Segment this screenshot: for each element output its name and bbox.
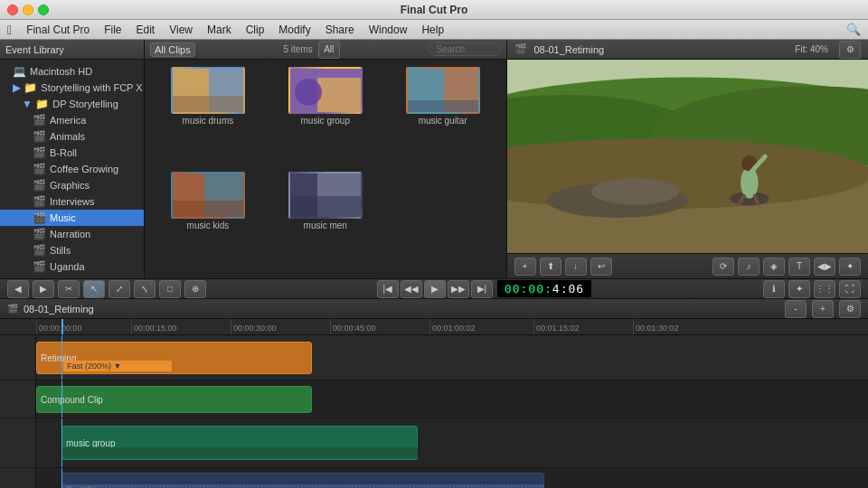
film-icon-interviews: 🎬	[33, 195, 46, 208]
range-select[interactable]: □	[159, 280, 181, 298]
color-button[interactable]: ◈	[763, 258, 785, 276]
film-icon-coffee: 🎬	[33, 163, 46, 175]
search-icon[interactable]: 🔍	[846, 23, 861, 36]
sidebar-item-music[interactable]: 🎬 Music	[0, 210, 144, 226]
menu-help[interactable]: Help	[421, 23, 444, 36]
filter-button[interactable]: All	[318, 41, 340, 59]
sidebar-item-dp[interactable]: ▼ 📁 DP Storytelling	[0, 96, 144, 112]
zoom-tool[interactable]: ⊕	[184, 280, 206, 298]
uganda-label: Uganda	[50, 261, 85, 272]
rewind-button[interactable]: ◀◀	[401, 280, 422, 298]
blade-button[interactable]: ✂	[58, 280, 80, 298]
ruler-time-0: 00:00:00:00	[39, 324, 82, 333]
ruler-time-3: 00:00:45:00	[333, 324, 376, 333]
ruler-time-1: 00:00:15:00	[134, 324, 177, 333]
menu-mark[interactable]: Mark	[207, 23, 231, 36]
menu-edit[interactable]: Edit	[137, 23, 156, 36]
sidebar-item-animals[interactable]: 🎬 Animals	[0, 128, 144, 145]
clip-thumb-men[interactable]: music men	[269, 172, 382, 271]
ruler-mark-4: 00:01:00:02	[429, 319, 476, 334]
menu-fcp[interactable]: Final Cut Pro	[26, 23, 90, 36]
connect-button[interactable]: ⬆	[540, 258, 561, 276]
menu-window[interactable]: Window	[369, 23, 408, 36]
film-icon-stills: 🎬	[33, 244, 46, 257]
track-video1: Retiming Fast (200%) ▼	[0, 335, 868, 380]
insert-button[interactable]: ↓	[565, 258, 587, 276]
svg-rect-2	[173, 96, 245, 114]
clip-thumb-group[interactable]: music group	[269, 67, 382, 166]
append-button[interactable]: ↩	[590, 258, 612, 276]
search-input[interactable]	[429, 42, 501, 56]
back-button[interactable]: ◀	[7, 280, 29, 298]
sidebar-item-uganda[interactable]: 🎬 Uganda	[0, 258, 144, 275]
sidebar-item-broll[interactable]: 🎬 B-Roll	[0, 145, 144, 161]
all-clips-dropdown[interactable]: All Clips	[150, 42, 195, 57]
film-icon-narration: 🎬	[33, 228, 46, 240]
playhead-ruler	[61, 319, 63, 334]
titlebar: Final Cut Pro	[0, 0, 868, 20]
clip-thumb-guitar[interactable]: music guitar	[387, 67, 499, 166]
window-controls[interactable]	[7, 5, 49, 15]
effects-button[interactable]: ✦	[839, 258, 861, 276]
trim-tool[interactable]: ⤢	[108, 280, 130, 298]
fullscreen-button[interactable]	[38, 5, 49, 15]
ruler-mark-5: 00:01:15:02	[533, 319, 580, 334]
clip-grid: music drums music group music guitar	[145, 60, 506, 278]
event-library-panel: Event Library 💻 Macintosh HD ▶ 📁 Storyte…	[0, 40, 145, 278]
track-content-music: music group	[36, 418, 868, 467]
timeline-options[interactable]: ⚙	[839, 300, 861, 318]
top-section: Event Library 💻 Macintosh HD ▶ 📁 Storyte…	[0, 40, 868, 278]
clip-thumb-drums[interactable]: music drums	[152, 67, 264, 166]
go-to-start-button[interactable]: |◀	[377, 280, 399, 298]
video-preview	[507, 60, 869, 253]
sidebar-item-coffee[interactable]: 🎬 Coffee Growing	[0, 161, 144, 177]
stills-label: Stills	[50, 245, 71, 256]
menu-share[interactable]: Share	[326, 23, 354, 36]
menu-view[interactable]: View	[169, 23, 193, 36]
svg-point-22	[590, 178, 678, 204]
america-label: America	[50, 115, 86, 126]
play-button[interactable]: ▶	[424, 280, 446, 298]
macintosh-label: Macintosh HD	[30, 66, 92, 77]
viewer-options-button[interactable]: ⚙	[839, 41, 861, 59]
position-tool[interactable]: ⤣	[134, 280, 156, 298]
fullscreen-button-toolbar[interactable]: ⛶	[839, 280, 861, 298]
timeline-zoom-in[interactable]: +	[812, 300, 834, 318]
menu-clip[interactable]: Clip	[246, 23, 265, 36]
minimize-button[interactable]	[23, 5, 33, 15]
interviews-label: Interviews	[50, 196, 95, 207]
text-button[interactable]: T	[788, 258, 810, 276]
sidebar-item-graphics[interactable]: 🎬 Graphics	[0, 177, 144, 193]
menu-file[interactable]: File	[104, 23, 121, 36]
svg-rect-4	[317, 78, 363, 114]
select-tool[interactable]: ↖	[83, 280, 105, 298]
timeline-zoom-out[interactable]: -	[785, 300, 807, 318]
inspector-button[interactable]: ℹ	[763, 280, 785, 298]
transition-button[interactable]: ◀▶	[814, 258, 835, 276]
event-browser-header: All Clips 5 items All	[145, 40, 506, 60]
clip-compound[interactable]: Compound Clip	[36, 386, 312, 413]
sidebar-item-narration[interactable]: 🎬 Narration	[0, 226, 144, 242]
close-button[interactable]	[7, 5, 18, 15]
music-label: Music	[50, 212, 76, 223]
sidebar-item-macintosh[interactable]: 💻 Macintosh HD	[0, 63, 144, 80]
ruler-time-4: 00:01:00:02	[432, 324, 476, 333]
viewer-panel: 🎬 08-01_Retiming Fit: 40% ⚙	[507, 40, 869, 278]
sidebar-item-america[interactable]: 🎬 America	[0, 112, 144, 128]
retime-button[interactable]: ⟳	[712, 258, 734, 276]
fast-forward-button[interactable]: ▶▶	[448, 280, 469, 298]
clip-thumb-kids[interactable]: music kids	[152, 172, 264, 271]
timeline-film-icon: 🎬	[7, 304, 18, 314]
effects-browser-button[interactable]: ✦	[788, 280, 810, 298]
add-to-timeline-button[interactable]: +	[514, 258, 536, 276]
menu-modify[interactable]: Modify	[278, 23, 310, 36]
sidebar-item-stills[interactable]: 🎬 Stills	[0, 242, 144, 258]
audio-button[interactable]: ♪	[738, 258, 760, 276]
go-to-end-button[interactable]: ▶|	[471, 280, 493, 298]
forward-button[interactable]: ▶	[33, 280, 54, 298]
sidebar-item-interviews[interactable]: 🎬 Interviews	[0, 193, 144, 210]
sidebar-item-storytelling[interactable]: ▶ 📁 Storytelling with FCP X	[0, 80, 144, 96]
clip-compound-title: Compound Clip	[41, 395, 103, 405]
apple-menu[interactable]: 	[7, 23, 12, 37]
audio-meter[interactable]: ⋮⋮	[814, 280, 835, 298]
